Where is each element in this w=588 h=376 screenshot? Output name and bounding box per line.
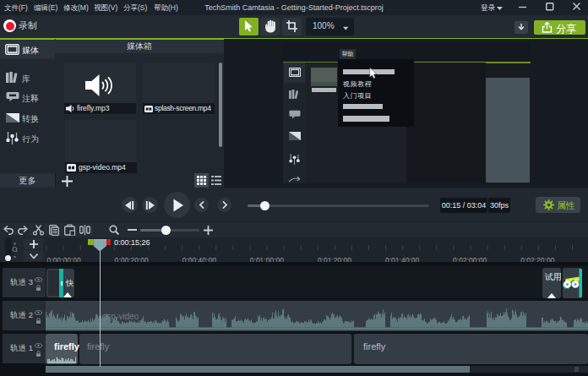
svg-text:0:00:00;00: 0:00:00;00	[47, 256, 81, 262]
svg-text:0:00:20;00: 0:00:20;00	[115, 256, 149, 262]
svg-text:0:02:20;00: 0:02:20;00	[520, 256, 554, 262]
svg-text:0:01:00;00: 0:01:00;00	[250, 256, 284, 262]
svg-text:0:01:20;00: 0:01:20;00	[318, 256, 351, 262]
svg-text:0:02:00;00: 0:02:00;00	[453, 256, 487, 262]
svg-text:0:01:40;00: 0:01:40;00	[385, 256, 419, 262]
svg-text:0:00:40;00: 0:00:40;00	[182, 256, 216, 262]
